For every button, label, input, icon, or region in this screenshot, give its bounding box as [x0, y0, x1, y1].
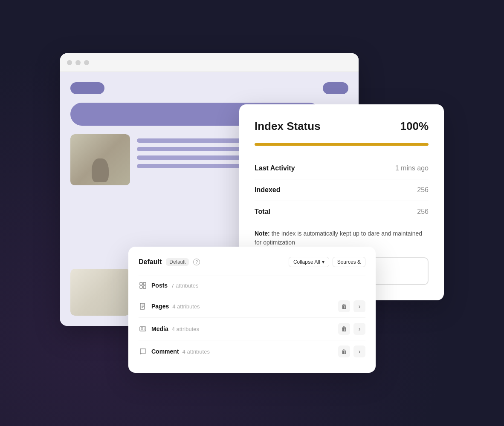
attr-item-media: Media 4 attributes 🗑 ›: [139, 317, 365, 340]
attr-name-pages: Pages: [151, 303, 169, 310]
chevron-right-icon-media: ›: [359, 325, 361, 332]
vase-decoration: [92, 158, 109, 182]
header-pill-left: [70, 82, 104, 94]
attr-count-comment: 4 attributes: [182, 348, 210, 355]
card-title: Index Status: [255, 120, 321, 133]
stat-row-indexed: Indexed 256: [255, 179, 429, 201]
stat-label-last-activity: Last Activity: [255, 164, 295, 172]
note-body: the index is automatically kept up to da…: [255, 230, 422, 246]
attr-count-posts: 7 attributes: [171, 282, 198, 289]
attr-name-media: Media: [151, 325, 168, 332]
trash-icon: 🗑: [341, 303, 347, 310]
stat-row-last-activity: Last Activity 1 mins ago: [255, 158, 429, 179]
attr-name-comment: Comment: [151, 348, 179, 355]
help-icon[interactable]: ?: [193, 259, 200, 265]
content-header: [70, 82, 348, 94]
collapse-all-label: Collapse All: [293, 259, 320, 265]
trash-icon-media: 🗑: [341, 325, 347, 332]
stat-value-indexed: 256: [417, 186, 429, 194]
attr-item-comment: Comment 4 attributes 🗑 ›: [139, 340, 365, 363]
svg-rect-1: [143, 282, 146, 285]
attr-count-media: 4 attributes: [172, 326, 199, 332]
media-expand-button[interactable]: ›: [353, 323, 365, 335]
comment-delete-button[interactable]: 🗑: [338, 345, 350, 357]
comment-icon: [139, 347, 147, 356]
header-pill-right: [323, 82, 348, 94]
attr-name-posts: Posts: [151, 282, 168, 289]
card-percent: 100%: [400, 120, 429, 133]
progress-bar-fill: [255, 143, 429, 146]
image-placeholder-1: [70, 134, 130, 260]
panel-badge: Default: [166, 258, 189, 266]
chevron-down-icon: ▾: [322, 259, 324, 265]
attributes-panel: Default Default ? Collapse All ▾ Sources…: [128, 247, 376, 373]
browser-dot-yellow: [75, 60, 81, 65]
pages-expand-button[interactable]: ›: [353, 300, 365, 312]
attr-actions-comment: 🗑 ›: [338, 345, 365, 357]
stat-label-indexed: Indexed: [255, 186, 280, 194]
pages-icon: [139, 302, 147, 311]
svg-rect-2: [140, 286, 142, 288]
attr-count-pages: 4 attributes: [172, 303, 200, 310]
sources-label: Sources &: [337, 259, 361, 265]
svg-rect-9: [141, 328, 143, 329]
browser-titlebar: [60, 53, 359, 72]
browser-dot-green: [84, 60, 89, 65]
progress-bar-container: [255, 143, 429, 146]
attr-item-pages: Pages 4 attributes 🗑 ›: [139, 295, 365, 317]
svg-rect-0: [140, 282, 142, 285]
image-sim-1: [70, 134, 130, 185]
panel-title: Default: [139, 258, 162, 266]
chevron-right-icon-comment: ›: [359, 348, 361, 355]
image-placeholder-2: [70, 269, 130, 316]
panel-actions: Collapse All ▾ Sources &: [289, 257, 365, 267]
note-text: Note: the index is automatically kept up…: [255, 229, 429, 247]
browser-dot-red: [67, 60, 72, 65]
note-prefix: Note:: [255, 230, 270, 237]
panel-header: Default Default ? Collapse All ▾ Sources…: [139, 257, 365, 267]
stat-row-total: Total 256: [255, 201, 429, 222]
media-delete-button[interactable]: 🗑: [338, 323, 350, 335]
comment-expand-button[interactable]: ›: [353, 345, 365, 357]
posts-icon: [139, 281, 147, 290]
pages-delete-button[interactable]: 🗑: [338, 300, 350, 312]
media-icon: [139, 325, 147, 333]
collapse-all-button[interactable]: Collapse All ▾: [289, 257, 329, 267]
attr-actions-media: 🗑 ›: [338, 323, 365, 335]
stat-value-total: 256: [417, 208, 429, 216]
image-sim-2: [70, 269, 130, 316]
attr-actions-pages: 🗑 ›: [338, 300, 365, 312]
svg-rect-3: [143, 286, 146, 288]
chevron-right-icon: ›: [359, 303, 361, 310]
trash-icon-comment: 🗑: [341, 348, 347, 355]
stat-label-total: Total: [255, 208, 270, 216]
sources-button[interactable]: Sources &: [333, 257, 365, 267]
stat-value-last-activity: 1 mins ago: [395, 164, 429, 172]
card-header: Index Status 100%: [255, 120, 429, 133]
attr-item-posts: Posts 7 attributes: [139, 276, 365, 295]
